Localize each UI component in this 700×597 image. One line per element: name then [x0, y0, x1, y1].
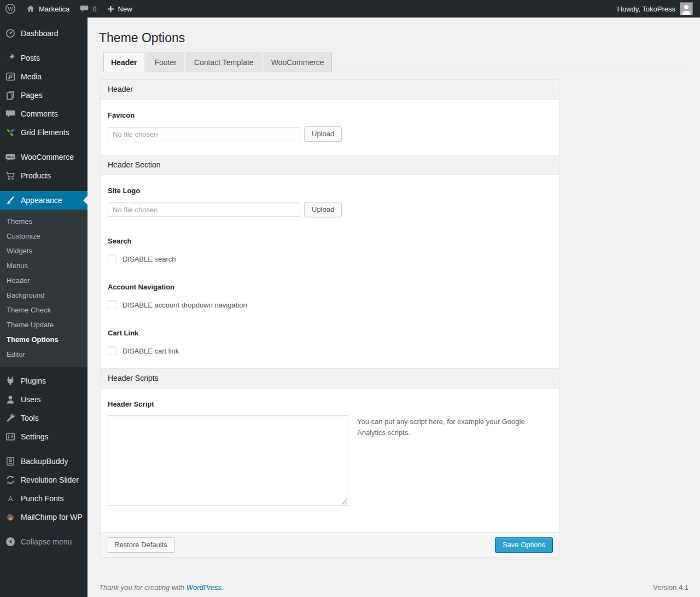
submenu-item-editor[interactable]: Editor	[0, 347, 88, 362]
plus-icon	[107, 5, 115, 13]
header-script-label: Header Script	[108, 400, 552, 408]
svg-text:W: W	[8, 6, 14, 12]
wordpress-logo-icon: W	[5, 3, 16, 14]
settings-sliders-icon	[5, 431, 16, 442]
site-logo-label: Site Logo	[108, 187, 552, 195]
version-label: Version 4.1	[653, 583, 689, 592]
disable-search-row: DISABLE search	[108, 254, 552, 263]
favicon-file-input[interactable]	[108, 127, 300, 141]
panel-footer: Restore Defaults Save Options	[101, 532, 559, 557]
howdy-label: Howdy, TokoPress	[617, 5, 675, 13]
site-logo-upload-button[interactable]: Upload	[304, 202, 342, 217]
paintbrush-icon	[5, 195, 16, 206]
submenu-item-background[interactable]: Background	[0, 288, 88, 303]
favicon-upload-button[interactable]: Upload	[304, 126, 342, 142]
favicon-label: Favicon	[108, 111, 552, 119]
section-header: Header	[101, 80, 559, 100]
comments-icon	[5, 108, 16, 119]
pages-icon	[5, 90, 16, 101]
search-label: Search	[108, 237, 552, 245]
cart-link-label: Cart Link	[108, 329, 552, 337]
page-footer: Thank you for creating with WordPress. V…	[98, 583, 689, 592]
footer-thanks: Thank you for creating with WordPress.	[99, 583, 224, 592]
sidebar-item-punch-fonts[interactable]: A Punch Fonts	[0, 489, 88, 508]
sidebar-item-plugins[interactable]: Plugins	[0, 372, 88, 390]
wp-logo-menu[interactable]: W	[0, 0, 21, 18]
home-icon	[26, 4, 36, 14]
section-header-scripts: Header Scripts	[101, 368, 559, 389]
sidebar-item-dashboard[interactable]: Dashboard	[0, 24, 88, 43]
submenu-item-widgets[interactable]: Widgets	[0, 244, 88, 258]
appearance-submenu: Themes Customize Widgets Menus Header Ba…	[0, 210, 88, 367]
disable-search-label: DISABLE search	[122, 255, 176, 263]
section-body-header: Favicon Upload	[101, 100, 559, 155]
tab-contact-template[interactable]: Contact Template	[186, 53, 261, 72]
sidebar-item-products[interactable]: Products	[0, 166, 88, 185]
page-title: Theme Options	[98, 18, 689, 53]
wordpress-link[interactable]: WordPress.	[186, 583, 224, 592]
sidebar-item-appearance[interactable]: Appearance	[0, 191, 88, 210]
admin-bar: W Marketica 0 New Howdy, TokoPress	[0, 0, 700, 18]
section-body-header-section: Site Logo Upload Search DISABLE search A…	[101, 175, 559, 368]
collapse-menu-button[interactable]: Collapse menu	[0, 532, 88, 551]
sidebar-item-posts[interactable]: Posts	[0, 49, 88, 67]
sidebar-item-settings[interactable]: Settings	[0, 427, 88, 446]
disable-cart-link-checkbox[interactable]	[108, 346, 116, 355]
comments-menu[interactable]: 0	[74, 0, 101, 18]
circular-arrows-icon	[5, 474, 16, 485]
disable-account-nav-checkbox[interactable]	[108, 300, 116, 309]
sidebar-item-mailchimp[interactable]: MailChimp for WP	[0, 508, 88, 526]
sidebar-item-comments[interactable]: Comments	[0, 105, 88, 123]
disable-search-checkbox[interactable]	[108, 254, 116, 263]
sidebar-item-woocommerce[interactable]: Woo WooCommerce	[0, 148, 88, 166]
header-script-textarea[interactable]	[108, 415, 348, 506]
collapse-arrow-icon	[5, 536, 16, 547]
submenu-item-customize[interactable]: Customize	[0, 229, 88, 244]
sidebar-item-revolution-slider[interactable]: Revolution Slider	[0, 471, 88, 489]
woocommerce-badge-icon: Woo	[5, 152, 16, 163]
restore-defaults-button[interactable]: Restore Defaults	[107, 537, 175, 553]
save-options-button[interactable]: Save Options	[495, 537, 553, 553]
sidebar-item-grid-elements[interactable]: Grid Elements	[0, 123, 88, 142]
cart-icon	[5, 170, 16, 181]
main-content: Theme Options HeaderFooterContact Templa…	[88, 18, 700, 597]
sidebar-item-backupbuddy[interactable]: BackupBuddy	[0, 452, 88, 471]
disable-cart-link-label: DISABLE cart link	[122, 347, 179, 355]
tab-woocommerce[interactable]: WooCommerce	[264, 53, 332, 72]
new-label: New	[118, 5, 132, 13]
submenu-item-menus[interactable]: Menus	[0, 258, 88, 273]
submenu-item-theme-options[interactable]: Theme Options	[0, 332, 88, 347]
avatar	[680, 2, 693, 15]
submenu-item-header[interactable]: Header	[0, 273, 88, 288]
svg-text:Woo: Woo	[7, 155, 14, 159]
account-navigation-label: Account Navigation	[108, 283, 552, 291]
letter-a-icon: A	[5, 493, 16, 504]
admin-sidebar: Dashboard Posts Media Pages Comments	[0, 18, 88, 597]
site-logo-file-input[interactable]	[108, 202, 300, 217]
dashboard-icon	[5, 28, 16, 39]
site-name-label: Marketica	[39, 5, 69, 13]
tab-bar: HeaderFooterContact TemplateWooCommerce	[98, 53, 689, 72]
header-script-help-text: You can put any script here, for example…	[357, 415, 528, 438]
media-icon	[5, 71, 16, 82]
tab-header[interactable]: Header	[103, 53, 144, 72]
disable-account-nav-label: DISABLE account dropdown navigation	[122, 301, 247, 309]
sidebar-item-tools[interactable]: Tools	[0, 409, 88, 427]
svg-text:A: A	[8, 495, 13, 503]
user-icon	[5, 394, 16, 405]
new-content-menu[interactable]: New	[102, 0, 137, 18]
site-name-menu[interactable]: Marketica	[21, 0, 74, 18]
plugin-icon	[5, 375, 16, 386]
sidebar-item-users[interactable]: Users	[0, 390, 88, 409]
comment-bubble-icon	[79, 4, 89, 14]
section-header-section: Header Section	[101, 155, 559, 175]
pushpin-icon	[5, 53, 16, 63]
comment-count: 0	[92, 5, 96, 13]
sidebar-item-pages[interactable]: Pages	[0, 86, 88, 105]
submenu-item-theme-check[interactable]: Theme Check	[0, 303, 88, 317]
account-menu[interactable]: Howdy, TokoPress	[617, 0, 700, 18]
submenu-item-theme-update[interactable]: Theme Update	[0, 317, 88, 332]
submenu-item-themes[interactable]: Themes	[0, 214, 88, 229]
tab-footer[interactable]: Footer	[147, 53, 184, 72]
sidebar-item-media[interactable]: Media	[0, 67, 88, 86]
